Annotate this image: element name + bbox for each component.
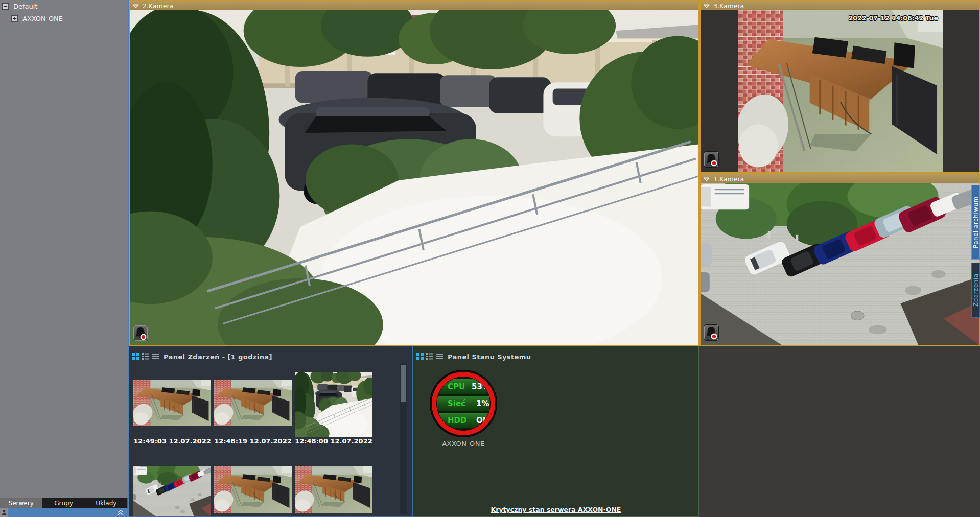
event-scene-parking xyxy=(295,372,372,437)
event-panel-header: Panel Zdarzeń - [1 godzina] xyxy=(129,346,412,364)
event-scene-office xyxy=(214,380,292,426)
event-thumbnail[interactable] xyxy=(133,466,211,516)
grid-view-icon[interactable] xyxy=(416,353,424,360)
camera-1-titlebar[interactable]: 1.Kamera xyxy=(701,174,979,183)
event-thumbnail[interactable] xyxy=(214,466,292,513)
user-icon[interactable] xyxy=(0,508,8,517)
event-timestamp: 12:48:19 12.07.2022 xyxy=(214,437,292,445)
metric-label: CPU xyxy=(437,382,468,391)
camera-1-scene xyxy=(701,183,979,345)
event-scene-office xyxy=(214,466,292,513)
event-timestamp: 12:48:00 12.07.2022 xyxy=(295,437,372,445)
server-name-label: AXXON-ONE xyxy=(430,440,497,448)
tab-panel-archiwum[interactable]: Panel archiwum xyxy=(971,185,980,260)
event-panel-scrollbar[interactable] xyxy=(400,363,407,514)
scrollbar-thumb[interactable] xyxy=(401,365,406,402)
gauge-metrics: CPU 53% Sieć 1% HDD OK xyxy=(436,377,491,431)
event-thumbnail[interactable] xyxy=(295,372,372,437)
camera-tile-1[interactable]: 1.Kamera xyxy=(699,173,980,346)
event-timestamp: 12:49:03 12.07.2022 xyxy=(133,437,211,445)
metric-cpu: CPU 53% xyxy=(437,379,490,394)
event-panel: Panel Zdarzeń - [1 godzina] 12:49:03 12.… xyxy=(129,346,413,517)
vms-workspace: − Default + AXXON-ONE Serwery Grupy Ukła… xyxy=(0,0,980,517)
metric-value: 1% xyxy=(472,399,489,408)
object-tree-sidebar: − Default + AXXON-ONE Serwery Grupy Ukła… xyxy=(0,0,128,517)
metric-network: Sieć 1% xyxy=(437,396,490,411)
event-scene-office xyxy=(133,380,211,426)
status-panel-header: Panel Stanu Systemu xyxy=(413,346,698,364)
event-panel-title: Panel Zdarzeń - [1 godzina] xyxy=(164,353,272,361)
server-health-gauge[interactable]: CPU 53% Sieć 1% HDD OK xyxy=(430,370,497,437)
system-status-panel: Panel Stanu Systemu CPU 53% Sieć 1% HDD … xyxy=(413,346,699,517)
metric-value: OK xyxy=(472,416,488,425)
camera-2-titlebar[interactable]: 2.Kamera xyxy=(130,1,698,10)
metric-label: Sieć xyxy=(437,399,472,408)
grid-view-icon[interactable] xyxy=(132,353,139,360)
expand-expander-icon[interactable]: + xyxy=(11,15,18,22)
server-tree: − Default + AXXON-ONE xyxy=(0,0,128,23)
camera-3-titlebar[interactable]: 3.Kamera xyxy=(701,1,979,10)
camera-2-video[interactable] xyxy=(130,10,698,345)
sidebar-bottom-bar xyxy=(0,508,128,517)
collapse-icon[interactable] xyxy=(704,177,710,181)
metric-value: 53% xyxy=(468,382,490,391)
tab-serwery[interactable]: Serwery xyxy=(0,498,42,508)
camera-1-armed-bell-icon[interactable] xyxy=(704,324,719,341)
camera-tile-3[interactable]: 3.Kamera 2022-07-12 14:06:42 Tue xyxy=(699,0,980,173)
camera-2-title: 2.Kamera xyxy=(143,2,173,10)
metric-label: HDD xyxy=(437,416,472,425)
event-thumbnail[interactable] xyxy=(133,380,211,426)
event-thumbnail[interactable] xyxy=(295,466,372,513)
tree-node-axxon-one[interactable]: + AXXON-ONE xyxy=(11,14,128,23)
event-scene-parking-top xyxy=(133,466,211,516)
status-panel-title: Panel Stanu Systemu xyxy=(448,353,531,361)
tab-zdarzenia[interactable]: Zdarzenia xyxy=(971,263,980,318)
tree-node-label[interactable]: AXXON-ONE xyxy=(22,15,63,22)
collapse-icon[interactable] xyxy=(133,4,139,8)
metric-hdd: HDD OK xyxy=(437,413,490,428)
tree-node-label[interactable]: Default xyxy=(13,3,38,10)
tree-node-default[interactable]: − Default xyxy=(2,2,128,11)
camera-3-scene xyxy=(738,10,943,172)
camera-3-osd-timestamp: 2022-07-12 14:06:42 Tue xyxy=(849,14,938,22)
camera-3-title: 3.Kamera xyxy=(713,2,744,10)
event-scene-office xyxy=(295,466,372,513)
event-thumbnail[interactable] xyxy=(214,380,292,426)
thumblist-view-icon[interactable] xyxy=(142,353,149,360)
camera-3-frame: 2022-07-12 14:06:42 Tue xyxy=(738,10,943,172)
camera-2-armed-bell-icon[interactable] xyxy=(133,325,148,341)
tab-uklady[interactable]: Układy xyxy=(85,498,128,508)
camera-1-video[interactable] xyxy=(701,183,979,345)
tree-connector xyxy=(5,10,6,15)
collapse-icon[interactable] xyxy=(704,4,710,8)
tab-grupy[interactable]: Grupy xyxy=(42,498,85,508)
camera-3-armed-bell-icon[interactable] xyxy=(704,151,719,168)
critical-state-link[interactable]: Krytyczny stan serwera AXXON-ONE xyxy=(413,506,698,513)
camera-tile-2[interactable]: 2.Kamera xyxy=(129,0,699,346)
camera-1-title: 1.Kamera xyxy=(713,175,744,183)
collapse-panel-icon[interactable] xyxy=(118,510,124,516)
list-view-icon[interactable] xyxy=(152,353,159,360)
camera-2-scene xyxy=(130,10,698,345)
collapse-expander-icon[interactable]: − xyxy=(2,3,9,10)
thumblist-view-icon[interactable] xyxy=(426,353,433,360)
list-view-icon[interactable] xyxy=(436,353,443,360)
camera-3-video[interactable]: 2022-07-12 14:06:42 Tue xyxy=(701,10,979,172)
sidebar-tab-strip: Serwery Grupy Układy xyxy=(0,498,128,508)
